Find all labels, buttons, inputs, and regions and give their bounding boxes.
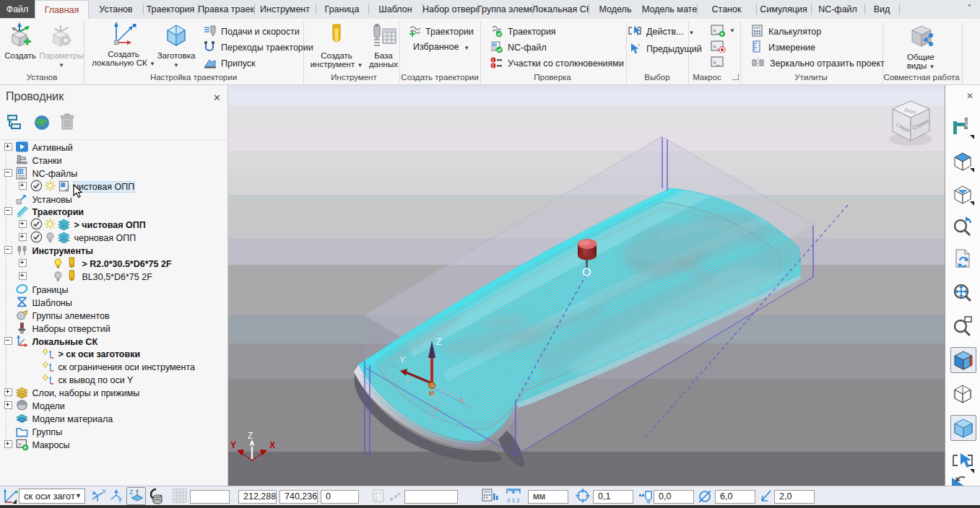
svg-text:>_: >_	[713, 59, 720, 66]
svg-text:y: y	[406, 375, 410, 384]
svg-text:Z: Z	[436, 336, 442, 347]
svg-text:Z: Z	[375, 496, 378, 501]
svg-text:Z: Z	[129, 489, 134, 496]
svg-text:0 1 2: 0 1 2	[507, 497, 520, 504]
svg-text:Y: Y	[118, 497, 122, 504]
svg-text:X Y: X Y	[375, 491, 382, 496]
svg-text:>_: >_	[713, 27, 720, 34]
svg-text:X: X	[102, 488, 105, 495]
svg-text:λ: λ	[459, 395, 464, 404]
svg-text:Y: Y	[230, 440, 236, 450]
svg-text:!: !	[493, 64, 494, 69]
svg-text:λ: λ	[435, 404, 439, 413]
svg-text:>_: >_	[713, 43, 720, 50]
svg-text:G: G	[493, 43, 496, 47]
svg-text:!: !	[493, 58, 494, 63]
svg-text:Z: Z	[248, 431, 253, 441]
svg-text:Y: Y	[399, 354, 406, 365]
svg-text:X: X	[269, 440, 275, 450]
svg-text:G: G	[19, 169, 22, 174]
